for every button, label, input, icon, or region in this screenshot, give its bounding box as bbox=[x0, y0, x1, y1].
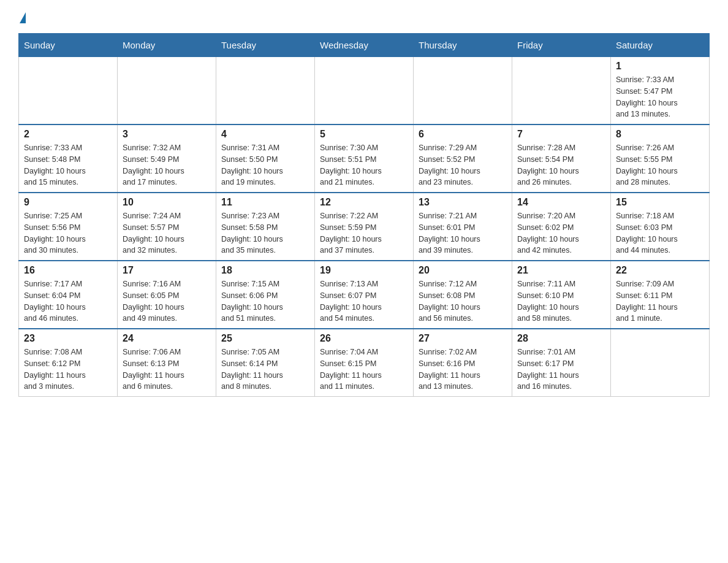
day-number: 26 bbox=[320, 333, 408, 344]
calendar-week-row-0: 1Sunrise: 7:33 AM Sunset: 5:47 PM Daylig… bbox=[19, 57, 710, 125]
weekday-header-tuesday: Tuesday bbox=[216, 34, 315, 57]
day-info: Sunrise: 7:23 AM Sunset: 5:58 PM Dayligh… bbox=[221, 210, 309, 256]
day-info: Sunrise: 7:16 AM Sunset: 6:05 PM Dayligh… bbox=[123, 278, 211, 324]
day-number: 8 bbox=[616, 129, 704, 140]
day-info: Sunrise: 7:11 AM Sunset: 6:10 PM Dayligh… bbox=[517, 278, 605, 324]
calendar-cell: 28Sunrise: 7:01 AM Sunset: 6:17 PM Dayli… bbox=[512, 329, 611, 397]
day-number: 16 bbox=[24, 265, 112, 276]
calendar-week-row-3: 16Sunrise: 7:17 AM Sunset: 6:04 PM Dayli… bbox=[19, 261, 710, 329]
calendar-cell: 9Sunrise: 7:25 AM Sunset: 5:56 PM Daylig… bbox=[19, 193, 118, 261]
day-number: 2 bbox=[24, 129, 112, 140]
calendar-cell: 24Sunrise: 7:06 AM Sunset: 6:13 PM Dayli… bbox=[118, 329, 216, 397]
day-number: 28 bbox=[517, 333, 605, 344]
day-number: 24 bbox=[123, 333, 211, 344]
day-number: 14 bbox=[517, 197, 605, 208]
day-number: 9 bbox=[24, 197, 112, 208]
calendar-week-row-4: 23Sunrise: 7:08 AM Sunset: 6:12 PM Dayli… bbox=[19, 329, 710, 397]
calendar-cell: 15Sunrise: 7:18 AM Sunset: 6:03 PM Dayli… bbox=[611, 193, 710, 261]
day-info: Sunrise: 7:06 AM Sunset: 6:13 PM Dayligh… bbox=[123, 347, 211, 393]
day-number: 4 bbox=[221, 129, 309, 140]
day-info: Sunrise: 7:29 AM Sunset: 5:52 PM Dayligh… bbox=[419, 142, 507, 188]
weekday-header-sunday: Sunday bbox=[19, 34, 118, 57]
day-number: 17 bbox=[123, 265, 211, 276]
calendar-cell: 7Sunrise: 7:28 AM Sunset: 5:54 PM Daylig… bbox=[512, 124, 611, 193]
calendar-cell: 27Sunrise: 7:02 AM Sunset: 6:16 PM Dayli… bbox=[414, 329, 512, 397]
calendar-cell bbox=[19, 57, 118, 125]
day-number: 10 bbox=[123, 197, 211, 208]
day-info: Sunrise: 7:12 AM Sunset: 6:08 PM Dayligh… bbox=[419, 278, 507, 324]
day-number: 5 bbox=[320, 129, 408, 140]
weekday-header-thursday: Thursday bbox=[414, 34, 512, 57]
weekday-header-friday: Friday bbox=[512, 34, 611, 57]
day-number: 13 bbox=[419, 197, 507, 208]
day-info: Sunrise: 7:17 AM Sunset: 6:04 PM Dayligh… bbox=[24, 278, 112, 324]
day-number: 25 bbox=[221, 333, 309, 344]
calendar-cell bbox=[611, 329, 710, 397]
day-number: 1 bbox=[616, 61, 704, 72]
calendar-cell: 5Sunrise: 7:30 AM Sunset: 5:51 PM Daylig… bbox=[315, 124, 414, 193]
day-info: Sunrise: 7:28 AM Sunset: 5:54 PM Dayligh… bbox=[517, 142, 605, 188]
day-number: 19 bbox=[320, 265, 408, 276]
calendar-cell: 17Sunrise: 7:16 AM Sunset: 6:05 PM Dayli… bbox=[118, 261, 216, 329]
weekday-header-monday: Monday bbox=[118, 34, 216, 57]
calendar-cell: 2Sunrise: 7:33 AM Sunset: 5:48 PM Daylig… bbox=[19, 124, 118, 193]
weekday-header-wednesday: Wednesday bbox=[315, 34, 414, 57]
calendar-cell: 21Sunrise: 7:11 AM Sunset: 6:10 PM Dayli… bbox=[512, 261, 611, 329]
day-info: Sunrise: 7:02 AM Sunset: 6:16 PM Dayligh… bbox=[419, 347, 507, 393]
day-info: Sunrise: 7:01 AM Sunset: 6:17 PM Dayligh… bbox=[517, 347, 605, 393]
day-info: Sunrise: 7:33 AM Sunset: 5:48 PM Dayligh… bbox=[24, 142, 112, 188]
calendar-cell bbox=[315, 57, 414, 125]
calendar-cell: 12Sunrise: 7:22 AM Sunset: 5:59 PM Dayli… bbox=[315, 193, 414, 261]
day-info: Sunrise: 7:26 AM Sunset: 5:55 PM Dayligh… bbox=[616, 142, 704, 188]
day-number: 27 bbox=[419, 333, 507, 344]
day-number: 6 bbox=[419, 129, 507, 140]
day-number: 7 bbox=[517, 129, 605, 140]
calendar-cell bbox=[118, 57, 216, 125]
calendar-cell: 3Sunrise: 7:32 AM Sunset: 5:49 PM Daylig… bbox=[118, 124, 216, 193]
day-number: 12 bbox=[320, 197, 408, 208]
calendar-cell: 4Sunrise: 7:31 AM Sunset: 5:50 PM Daylig… bbox=[216, 124, 315, 193]
day-info: Sunrise: 7:24 AM Sunset: 5:57 PM Dayligh… bbox=[123, 210, 211, 256]
day-number: 21 bbox=[517, 265, 605, 276]
calendar-table: SundayMondayTuesdayWednesdayThursdayFrid… bbox=[18, 33, 710, 397]
calendar-cell: 14Sunrise: 7:20 AM Sunset: 6:02 PM Dayli… bbox=[512, 193, 611, 261]
day-info: Sunrise: 7:22 AM Sunset: 5:59 PM Dayligh… bbox=[320, 210, 408, 256]
calendar-cell: 11Sunrise: 7:23 AM Sunset: 5:58 PM Dayli… bbox=[216, 193, 315, 261]
calendar-week-row-1: 2Sunrise: 7:33 AM Sunset: 5:48 PM Daylig… bbox=[19, 124, 710, 193]
calendar-cell bbox=[414, 57, 512, 125]
calendar-cell bbox=[216, 57, 315, 125]
weekday-header-saturday: Saturday bbox=[611, 34, 710, 57]
calendar-cell bbox=[512, 57, 611, 125]
calendar-cell: 22Sunrise: 7:09 AM Sunset: 6:11 PM Dayli… bbox=[611, 261, 710, 329]
day-number: 11 bbox=[221, 197, 309, 208]
calendar-week-row-2: 9Sunrise: 7:25 AM Sunset: 5:56 PM Daylig… bbox=[19, 193, 710, 261]
calendar-cell: 13Sunrise: 7:21 AM Sunset: 6:01 PM Dayli… bbox=[414, 193, 512, 261]
day-info: Sunrise: 7:09 AM Sunset: 6:11 PM Dayligh… bbox=[616, 278, 704, 324]
day-number: 22 bbox=[616, 265, 704, 276]
calendar-cell: 19Sunrise: 7:13 AM Sunset: 6:07 PM Dayli… bbox=[315, 261, 414, 329]
day-info: Sunrise: 7:25 AM Sunset: 5:56 PM Dayligh… bbox=[24, 210, 112, 256]
day-number: 18 bbox=[221, 265, 309, 276]
calendar-cell: 26Sunrise: 7:04 AM Sunset: 6:15 PM Dayli… bbox=[315, 329, 414, 397]
calendar-cell: 20Sunrise: 7:12 AM Sunset: 6:08 PM Dayli… bbox=[414, 261, 512, 329]
day-info: Sunrise: 7:18 AM Sunset: 6:03 PM Dayligh… bbox=[616, 210, 704, 256]
day-number: 15 bbox=[616, 197, 704, 208]
day-info: Sunrise: 7:04 AM Sunset: 6:15 PM Dayligh… bbox=[320, 347, 408, 393]
day-info: Sunrise: 7:15 AM Sunset: 6:06 PM Dayligh… bbox=[221, 278, 309, 324]
day-info: Sunrise: 7:08 AM Sunset: 6:12 PM Dayligh… bbox=[24, 347, 112, 393]
day-number: 3 bbox=[123, 129, 211, 140]
calendar-cell: 25Sunrise: 7:05 AM Sunset: 6:14 PM Dayli… bbox=[216, 329, 315, 397]
day-info: Sunrise: 7:33 AM Sunset: 5:47 PM Dayligh… bbox=[616, 74, 704, 120]
day-info: Sunrise: 7:21 AM Sunset: 6:01 PM Dayligh… bbox=[419, 210, 507, 256]
calendar-cell: 16Sunrise: 7:17 AM Sunset: 6:04 PM Dayli… bbox=[19, 261, 118, 329]
day-info: Sunrise: 7:31 AM Sunset: 5:50 PM Dayligh… bbox=[221, 142, 309, 188]
day-info: Sunrise: 7:05 AM Sunset: 6:14 PM Dayligh… bbox=[221, 347, 309, 393]
day-info: Sunrise: 7:20 AM Sunset: 6:02 PM Dayligh… bbox=[517, 210, 605, 256]
calendar-cell: 23Sunrise: 7:08 AM Sunset: 6:12 PM Dayli… bbox=[19, 329, 118, 397]
day-info: Sunrise: 7:13 AM Sunset: 6:07 PM Dayligh… bbox=[320, 278, 408, 324]
logo bbox=[18, 12, 27, 23]
calendar-cell: 1Sunrise: 7:33 AM Sunset: 5:47 PM Daylig… bbox=[611, 57, 710, 125]
calendar-cell: 8Sunrise: 7:26 AM Sunset: 5:55 PM Daylig… bbox=[611, 124, 710, 193]
day-number: 20 bbox=[419, 265, 507, 276]
day-number: 23 bbox=[24, 333, 112, 344]
